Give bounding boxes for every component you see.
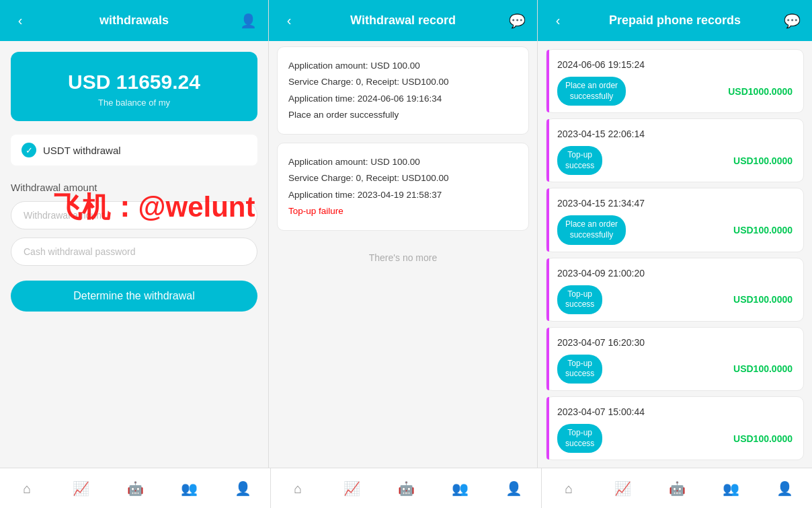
users-icon-2: 👥 bbox=[452, 482, 469, 495]
record-item-5: 2023-04-07 16:20:30 Top-upsuccess USD100… bbox=[546, 327, 804, 391]
panel3-header: ‹ Prepaid phone records 💬 bbox=[538, 0, 812, 41]
withdrawals-panel: ‹ withdrawals 👤 USD 11659.24 The balance… bbox=[0, 0, 269, 468]
panel3-title: Prepaid phone records bbox=[567, 13, 782, 28]
record-item-3: 2023-04-15 21:34:47 Place an ordersucces… bbox=[546, 188, 804, 252]
record-amount-2: USD100.0000 bbox=[733, 155, 793, 166]
phone-records-list: 2024-06-06 19:15:24 Place an ordersucces… bbox=[538, 41, 812, 468]
bottom-nav: ⌂ 📈 🤖 👥 👤 ⌂ 📈 🤖 👥 👤 ⌂ 📈 🤖 👥 👤 bbox=[0, 468, 812, 508]
profile-icon-3: 👤 bbox=[776, 482, 793, 495]
nav-users-3[interactable]: 👥 bbox=[704, 468, 758, 508]
panel2-header: ‹ Withdrawal record 💬 bbox=[269, 0, 537, 41]
nav-chart-3[interactable]: 📈 bbox=[596, 468, 649, 508]
record-amount-1: USD1000.0000 bbox=[728, 86, 793, 97]
record-date-5: 2023-04-07 16:20:30 bbox=[557, 337, 793, 348]
cash-password-input[interactable]: Cash withdrawal password bbox=[11, 238, 257, 266]
back-icon-2[interactable]: ‹ bbox=[280, 13, 298, 28]
profile-icon-2: 👤 bbox=[505, 482, 522, 495]
nav-profile-2[interactable]: 👤 bbox=[487, 468, 541, 508]
record-row-2: Top-upsuccess USD100.0000 bbox=[557, 146, 793, 175]
withdrawal-list: Application amount: USD 100.00 Service C… bbox=[269, 41, 537, 468]
home-icon-1: ⌂ bbox=[23, 482, 31, 495]
usdt-option[interactable]: ✓ USDT withdrawal bbox=[11, 135, 257, 166]
withdrawal-item-2: Application amount: USD 100.00 Service C… bbox=[277, 143, 529, 231]
record-badge-3: Place an ordersuccessfully bbox=[557, 215, 626, 244]
nav-home-3[interactable]: ⌂ bbox=[542, 468, 596, 508]
record-date-6: 2023-04-07 15:00:44 bbox=[557, 406, 793, 417]
check-icon: ✓ bbox=[22, 143, 36, 157]
withdrawal-item-1: Application amount: USD 100.00 Service C… bbox=[277, 46, 529, 135]
item1-service-charge: Service Charge: 0, Receipt: USD100.00 bbox=[288, 74, 518, 90]
home-icon-2: ⌂ bbox=[294, 482, 302, 495]
nav-chart-2[interactable]: 📈 bbox=[325, 468, 378, 508]
chart-icon-2: 📈 bbox=[343, 482, 360, 495]
robot-icon-3: 🤖 bbox=[669, 482, 686, 495]
balance-card: USD 11659.24 The balance of my bbox=[11, 52, 257, 121]
user-icon-1[interactable]: 👤 bbox=[239, 13, 257, 29]
users-icon-3: 👥 bbox=[723, 482, 739, 495]
nav-robot-2[interactable]: 🤖 bbox=[379, 468, 433, 508]
record-amount-6: USD100.0000 bbox=[733, 433, 793, 444]
determine-button[interactable]: Determine the withdrawal bbox=[11, 281, 257, 312]
record-date-4: 2023-04-09 21:00:20 bbox=[557, 268, 793, 279]
nav-profile-3[interactable]: 👤 bbox=[758, 468, 812, 508]
nav-robot-3[interactable]: 🤖 bbox=[650, 468, 704, 508]
panel2-title: Withdrawal record bbox=[298, 13, 508, 28]
nav-section-2: ⌂ 📈 🤖 👥 👤 bbox=[271, 468, 542, 508]
record-badge-4: Top-upsuccess bbox=[557, 285, 602, 314]
no-more-text: There's no more bbox=[277, 239, 529, 277]
item2-status: Top-up failure bbox=[288, 203, 518, 219]
record-date-3: 2023-04-15 21:34:47 bbox=[557, 198, 793, 209]
record-item-1: 2024-06-06 19:15:24 Place an ordersucces… bbox=[546, 49, 804, 113]
robot-icon-2: 🤖 bbox=[398, 482, 415, 495]
home-icon-3: ⌂ bbox=[565, 482, 573, 495]
balance-amount: USD 11659.24 bbox=[22, 71, 247, 94]
record-date-1: 2024-06-06 19:15:24 bbox=[557, 59, 793, 70]
record-badge-6: Top-upsuccess bbox=[557, 424, 602, 453]
panel1-title: withdrawals bbox=[30, 13, 239, 28]
record-badge-5: Top-upsuccess bbox=[557, 355, 602, 384]
record-amount-3: USD100.0000 bbox=[733, 225, 793, 235]
nav-chart-1[interactable]: 📈 bbox=[54, 468, 108, 508]
users-icon-1: 👥 bbox=[181, 482, 198, 495]
withdrawal-amount-label: Withdrawal amount bbox=[11, 182, 257, 193]
profile-icon-1: 👤 bbox=[235, 482, 251, 495]
usdt-label: USDT withdrawal bbox=[43, 145, 121, 156]
record-badge-1: Place an ordersuccessfully bbox=[557, 77, 626, 106]
record-row-6: Top-upsuccess USD100.0000 bbox=[557, 424, 793, 453]
nav-home-2[interactable]: ⌂ bbox=[271, 468, 325, 508]
withdrawal-record-panel: ‹ Withdrawal record 💬 Application amount… bbox=[269, 0, 538, 468]
nav-users-2[interactable]: 👥 bbox=[433, 468, 487, 508]
withdrawal-amount-input[interactable]: Withdrawal amount bbox=[11, 201, 257, 229]
back-icon-1[interactable]: ‹ bbox=[11, 13, 30, 28]
item2-app-amount: Application amount: USD 100.00 bbox=[288, 154, 518, 170]
record-row-4: Top-upsuccess USD100.0000 bbox=[557, 285, 793, 314]
record-item-2: 2023-04-15 22:06:14 Top-upsuccess USD100… bbox=[546, 118, 804, 182]
record-row-1: Place an ordersuccessfully USD1000.0000 bbox=[557, 77, 793, 106]
item1-app-amount: Application amount: USD 100.00 bbox=[288, 58, 518, 74]
item2-service-charge: Service Charge: 0, Receipt: USD100.00 bbox=[288, 170, 518, 186]
record-badge-2: Top-upsuccess bbox=[557, 146, 602, 175]
record-amount-4: USD100.0000 bbox=[733, 294, 793, 305]
record-item-6: 2023-04-07 15:00:44 Top-upsuccess USD100… bbox=[546, 396, 804, 460]
record-row-5: Top-upsuccess USD100.0000 bbox=[557, 355, 793, 384]
nav-users-1[interactable]: 👥 bbox=[162, 468, 216, 508]
nav-profile-1[interactable]: 👤 bbox=[216, 468, 270, 508]
record-amount-5: USD100.0000 bbox=[733, 363, 793, 374]
record-row-3: Place an ordersuccessfully USD100.0000 bbox=[557, 215, 793, 244]
chat-icon-3[interactable]: 💬 bbox=[782, 13, 801, 29]
robot-icon-1: 🤖 bbox=[127, 482, 144, 495]
nav-robot-1[interactable]: 🤖 bbox=[108, 468, 162, 508]
item2-app-time: Application time: 2023-04-19 21:58:37 bbox=[288, 187, 518, 203]
nav-section-3: ⌂ 📈 🤖 👥 👤 bbox=[542, 468, 812, 508]
phone-records-panel: ‹ Prepaid phone records 💬 2024-06-06 19:… bbox=[538, 0, 812, 468]
item1-status: Place an order successfully bbox=[288, 107, 518, 123]
chat-icon-2[interactable]: 💬 bbox=[508, 13, 526, 29]
back-icon-3[interactable]: ‹ bbox=[549, 13, 567, 28]
nav-home-1[interactable]: ⌂ bbox=[0, 468, 54, 508]
balance-label: The balance of my bbox=[22, 98, 247, 108]
item1-app-time: Application time: 2024-06-06 19:16:34 bbox=[288, 91, 518, 107]
chart-icon-1: 📈 bbox=[73, 482, 89, 495]
record-date-2: 2023-04-15 22:06:14 bbox=[557, 129, 793, 139]
chart-icon-3: 📈 bbox=[614, 482, 631, 495]
nav-section-1: ⌂ 📈 🤖 👥 👤 bbox=[0, 468, 271, 508]
